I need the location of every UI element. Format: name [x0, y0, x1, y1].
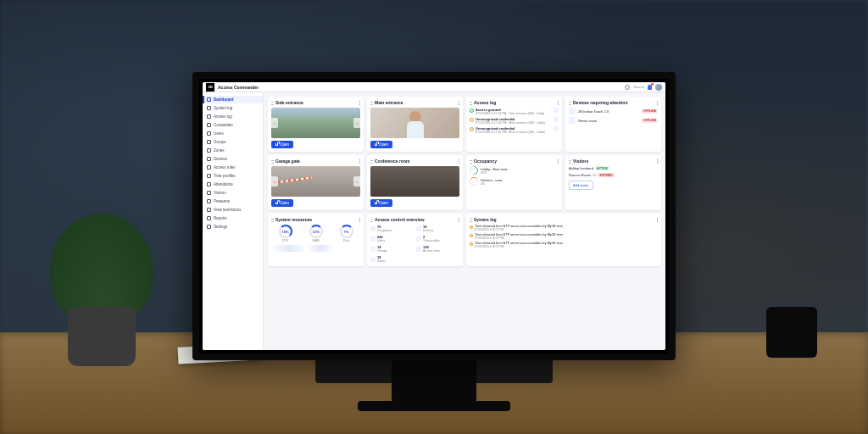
log-icon [207, 106, 211, 110]
stat-companies[interactable]: 76Companies [370, 225, 414, 232]
device-item[interactable]: 2N Indoor Touch 2.0OFFLINE [569, 108, 658, 114]
gauge-disk: 7%Disk [332, 225, 360, 242]
sidebar-item-dashboard[interactable]: Dashboard [203, 96, 263, 103]
drag-icon[interactable] [569, 101, 571, 105]
gauge-cpu: 18%CPU [271, 225, 299, 242]
drag-icon[interactable] [370, 101, 373, 105]
system-log-item[interactable]: Time obtained from NTP server was overri… [470, 233, 658, 240]
card-conference-room: Conference room Open [367, 155, 463, 210]
monitor: 2N Access Commander Search Dashboard Sys… [192, 72, 676, 360]
card-icon [554, 126, 559, 131]
user-avatar[interactable] [655, 84, 662, 91]
camera-feed-main[interactable] [370, 108, 459, 138]
next-icon[interactable]: › [353, 118, 360, 128]
lock-icon [375, 202, 377, 204]
user-icon [207, 131, 211, 136]
stat-zones[interactable]: 19Zones [370, 255, 414, 263]
plant [51, 214, 153, 366]
open-button[interactable]: Open [370, 141, 392, 148]
sidebar-item-access-rules[interactable]: Access rules [203, 164, 263, 171]
drag-icon[interactable] [470, 159, 472, 164]
drag-icon[interactable] [470, 218, 472, 222]
sidebar-item-companies[interactable]: Companies [203, 121, 263, 129]
add-visitor-button[interactable]: Add visitor [569, 181, 593, 190]
sidebar-item-groups[interactable]: Groups [203, 138, 263, 146]
system-log-item[interactable]: Time obtained from NTP server was overri… [470, 225, 658, 231]
system-log-item[interactable]: Time obtained from NTP server was overri… [470, 242, 658, 248]
device-icon [569, 108, 576, 114]
stat-users[interactable]: 642Users [370, 235, 414, 242]
prev-icon[interactable]: ‹ [271, 176, 278, 186]
prev-icon[interactable]: ‹ [271, 118, 278, 128]
more-icon[interactable] [558, 101, 559, 105]
sidebar-item-reports[interactable]: Reports [203, 214, 263, 222]
sidebar-item-visitors[interactable]: Visitors [203, 189, 263, 197]
open-button[interactable]: Open [370, 199, 392, 207]
log-item[interactable]: Access granted07/13/2024 4:27:16 PM · Si… [470, 108, 559, 115]
occupancy-ring [468, 164, 480, 176]
camera-feed-garage[interactable]: ‹› [271, 166, 360, 197]
more-icon[interactable] [459, 159, 459, 164]
drag-icon[interactable] [370, 218, 373, 222]
sidebar-item-time-profiles[interactable]: Time profiles [203, 172, 263, 180]
more-icon[interactable] [359, 101, 360, 105]
gear-icon [207, 225, 211, 229]
drag-icon[interactable] [271, 101, 274, 105]
attendance-icon [207, 182, 211, 186]
building-icon [370, 226, 376, 231]
sidebar-item-zones[interactable]: Zones [203, 147, 263, 154]
more-icon[interactable] [657, 218, 658, 222]
stat-access-rules[interactable]: 120Access rules [416, 245, 459, 253]
sidebar-item-area-restrictions[interactable]: Area restrictions [203, 206, 263, 214]
restrict-icon [207, 208, 211, 212]
sidebar-item-devices[interactable]: Devices [203, 155, 263, 163]
open-button[interactable]: Open [271, 141, 293, 148]
card-devices-attention: Devices requiring attention 2N Indoor To… [565, 97, 661, 152]
occupancy-item[interactable]: Servers - area4/5 [470, 177, 559, 186]
notification-icon[interactable] [648, 85, 652, 90]
search-placeholder: Search [633, 85, 644, 89]
more-icon[interactable] [459, 101, 459, 105]
more-icon[interactable] [657, 101, 658, 105]
more-icon[interactable] [359, 218, 360, 222]
drag-icon[interactable] [271, 159, 274, 164]
lock-icon [375, 143, 377, 146]
stat-time-profiles[interactable]: 2Time profiles [416, 235, 459, 242]
sidebar-item-settings[interactable]: Settings [203, 223, 263, 231]
drag-icon[interactable] [569, 159, 571, 164]
user-icon [370, 236, 376, 242]
log-item[interactable]: Unrecognized credential07/13/2024 4:27:1… [470, 117, 559, 125]
camera-feed-side[interactable]: ‹› [271, 108, 360, 138]
more-icon[interactable] [657, 159, 658, 164]
next-icon[interactable]: › [353, 176, 360, 186]
sidebar-item-users[interactable]: Users [203, 130, 263, 137]
search-icon[interactable] [625, 85, 630, 90]
log-item[interactable]: Unrecognized credential07/13/2024 4:27:1… [470, 126, 559, 134]
device-item[interactable]: Server roomOFFLINE [569, 117, 658, 124]
camera-feed-conf[interactable] [370, 166, 459, 197]
more-icon[interactable] [558, 159, 559, 164]
visitor-item[interactable]: Ashley LombardACTIVE [569, 166, 658, 170]
sidebar-item-presence[interactable]: Presence [203, 198, 263, 205]
app-window: 2N Access Commander Search Dashboard Sys… [203, 82, 665, 350]
status-dot-granted [470, 108, 474, 113]
sidebar-item-attendance[interactable]: Attendance [203, 181, 263, 188]
card-visitors: Visitors Ashley LombardACTIVE Duncan Eva… [565, 155, 661, 210]
open-button[interactable]: Open [271, 199, 293, 207]
stat-groups[interactable]: 14Groups [370, 245, 414, 253]
more-icon[interactable] [359, 159, 360, 164]
drag-icon[interactable] [370, 159, 373, 164]
occupancy-item[interactable]: Lobby - East area4/20 [470, 166, 559, 175]
stat-devices[interactable]: 19Devices [416, 225, 459, 232]
card-side-entrance: Side entrance ‹› Open [268, 97, 364, 152]
report-icon [207, 216, 211, 220]
visitor-item[interactable]: Duncan Evans2hEXPIRED [569, 173, 658, 177]
drag-icon[interactable] [470, 101, 472, 105]
sidebar-item-system-log[interactable]: System log [203, 104, 263, 112]
more-icon[interactable] [459, 218, 459, 222]
key-icon [207, 114, 211, 119]
occupancy-ring [470, 177, 478, 186]
drag-icon[interactable] [271, 218, 274, 222]
card-occupancy: Occupancy Lobby - East area4/20 Servers … [466, 155, 562, 210]
sidebar-item-access-log[interactable]: Access log [203, 113, 263, 120]
